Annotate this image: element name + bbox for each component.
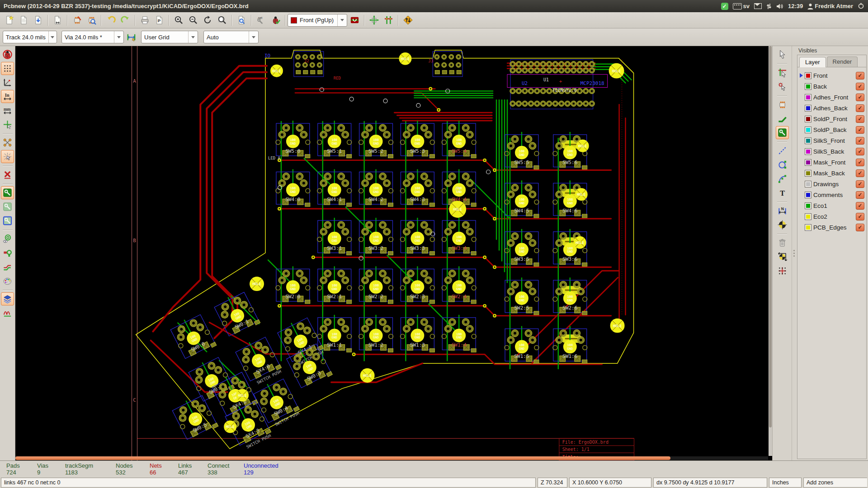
pads-sketch-button[interactable]	[1, 246, 14, 259]
layer-visibility-checkbox[interactable]: ✓	[856, 72, 864, 80]
zoom-selector[interactable]: Auto	[203, 31, 259, 43]
highlight-net-button[interactable]	[776, 66, 789, 79]
cursor-style-button[interactable]	[1, 118, 14, 131]
layer-row-Eco1[interactable]: Eco1✓	[798, 200, 865, 211]
layer-row-Back[interactable]: Back✓	[798, 81, 865, 92]
volume-icon[interactable]	[776, 3, 783, 9]
layer-visibility-checkbox[interactable]: ✓	[856, 126, 864, 134]
add-track-button[interactable]	[776, 112, 789, 125]
zones-sketch-button[interactable]	[1, 200, 14, 213]
clock[interactable]: 12:39	[788, 3, 803, 9]
add-zone-button[interactable]	[776, 126, 789, 139]
layer-color-swatch[interactable]	[805, 202, 811, 209]
layer-color-swatch[interactable]	[805, 83, 811, 90]
redo-button[interactable]	[118, 14, 132, 27]
layer-visibility-checkbox[interactable]: ✓	[856, 180, 864, 188]
save-board-button[interactable]	[31, 14, 45, 27]
layer-row-Adhes_Back[interactable]: Adhes_Back✓	[798, 103, 865, 113]
layer-row-SoldP_Front[interactable]: SoldP_Front✓	[798, 113, 865, 124]
drc-button[interactable]	[269, 14, 282, 27]
keyboard-layout-indicator[interactable]: sv	[733, 3, 750, 9]
layer-visibility-checkbox[interactable]: ✓	[856, 213, 864, 221]
layer-row-SoldP_Back[interactable]: SoldP_Back✓	[798, 124, 865, 135]
panel-splitter[interactable]	[792, 46, 796, 460]
module-ratsnest-button[interactable]	[1, 150, 14, 163]
network-icon[interactable]	[766, 3, 772, 9]
layer-row-PCB_Edges[interactable]: PCB_Edges✓	[798, 222, 865, 233]
add-circle-button[interactable]	[776, 158, 789, 171]
module-viewer-button[interactable]	[85, 14, 98, 27]
show-grid-button[interactable]	[1, 62, 14, 75]
layer-row-Comments[interactable]: Comments✓	[798, 189, 865, 200]
units-mm-button[interactable]: mm	[1, 104, 14, 117]
auto-track-width-button[interactable]	[124, 30, 138, 44]
print-button[interactable]	[138, 14, 151, 27]
layer-selector-arrow[interactable]	[337, 14, 347, 26]
canvas-horizontal-scrollbar[interactable]	[15, 456, 768, 460]
via-size-selector[interactable]: Via 24.0 mils *	[61, 31, 124, 43]
drc-off-button[interactable]	[1, 48, 14, 61]
fast-mode-button[interactable]	[401, 14, 415, 27]
layer-visibility-checkbox[interactable]: ✓	[856, 104, 864, 112]
layer-row-Drawings[interactable]: Drawings✓	[798, 178, 865, 189]
zoom-fit-button[interactable]	[215, 14, 229, 27]
add-line-button[interactable]	[776, 144, 789, 157]
layer-color-swatch[interactable]	[805, 224, 811, 231]
add-dimension-button[interactable]: N	[776, 204, 789, 217]
polar-coords-button[interactable]	[1, 76, 14, 89]
module-mode-button[interactable]	[367, 14, 381, 27]
tab-layer[interactable]: Layer	[799, 57, 826, 67]
layer-row-Mask_Back[interactable]: Mask_Back✓	[798, 168, 865, 178]
tracks-sketch-button[interactable]	[1, 260, 14, 273]
layer-color-swatch[interactable]	[805, 192, 811, 198]
add-text-button[interactable]: T	[776, 186, 789, 199]
layer-color-swatch[interactable]	[805, 181, 811, 188]
layer-color-swatch[interactable]	[805, 105, 811, 112]
layer-color-swatch[interactable]	[805, 116, 811, 122]
grid-selector[interactable]: User Grid	[141, 31, 198, 43]
layer-visibility-checkbox[interactable]: ✓	[856, 137, 864, 145]
layer-color-swatch[interactable]	[805, 170, 811, 177]
delete-tool-button[interactable]	[776, 236, 789, 249]
sync-status-icon[interactable]: ✓	[721, 3, 728, 10]
plot-button[interactable]: P	[152, 14, 166, 27]
auto-delete-tracks-button[interactable]	[1, 168, 14, 181]
zones-outline-button[interactable]	[1, 214, 14, 227]
canvas-vertical-scrollbar[interactable]	[769, 46, 772, 456]
vias-sketch-button[interactable]	[1, 232, 14, 245]
layer-row-Eco2[interactable]: Eco2✓	[798, 211, 865, 222]
layer-visibility-checkbox[interactable]: ✓	[856, 148, 864, 155]
layer-row-Mask_Front[interactable]: Mask_Front✓	[798, 157, 865, 168]
layer-selector[interactable]: Front (PgUp)	[288, 14, 347, 27]
show-ratsnest-button[interactable]	[1, 136, 14, 149]
layer-color-swatch[interactable]	[805, 213, 811, 220]
layer-color-swatch[interactable]	[805, 159, 811, 166]
tab-render[interactable]: Render	[827, 56, 858, 67]
layer-row-Front[interactable]: Front✓	[798, 70, 865, 81]
user-menu[interactable]: Fredrik Atmer	[807, 3, 853, 9]
redraw-button[interactable]	[201, 14, 214, 27]
microwave-tools-button[interactable]	[1, 306, 14, 319]
layer-color-swatch[interactable]	[805, 94, 811, 101]
pcb-canvas[interactable]: ABC100GNDSW5:0100GNDSW5:1100GNDSW5:2100G…	[15, 46, 772, 460]
local-ratsnest-button[interactable]	[776, 80, 789, 93]
layer-color-swatch[interactable]	[805, 148, 811, 155]
zoom-out-button[interactable]	[186, 14, 200, 27]
zoom-in-button[interactable]	[172, 14, 185, 27]
layer-visibility-checkbox[interactable]: ✓	[856, 115, 864, 123]
open-board-button[interactable]	[17, 14, 30, 27]
session-menu-icon[interactable]	[858, 3, 864, 9]
add-target-button[interactable]	[776, 218, 789, 231]
grid-origin-button[interactable]	[776, 264, 789, 277]
module-editor-button[interactable]	[70, 14, 84, 27]
layer-visibility-checkbox[interactable]: ✓	[856, 169, 864, 177]
layers-manager-button[interactable]	[1, 292, 14, 305]
netlist-button[interactable]: .net	[254, 14, 268, 27]
layer-visibility-checkbox[interactable]: ✓	[856, 191, 864, 199]
new-board-button[interactable]	[2, 14, 16, 27]
sheet-settings-button[interactable]	[51, 14, 64, 27]
layer-visibility-checkbox[interactable]: ✓	[856, 83, 864, 90]
pcb-drawing[interactable]: ABC100GNDSW5:0100GNDSW5:1100GNDSW5:2100G…	[15, 46, 772, 460]
via-options-button[interactable]	[348, 14, 361, 27]
layer-row-SilkS_Back[interactable]: SilkS_Back✓	[798, 146, 865, 157]
